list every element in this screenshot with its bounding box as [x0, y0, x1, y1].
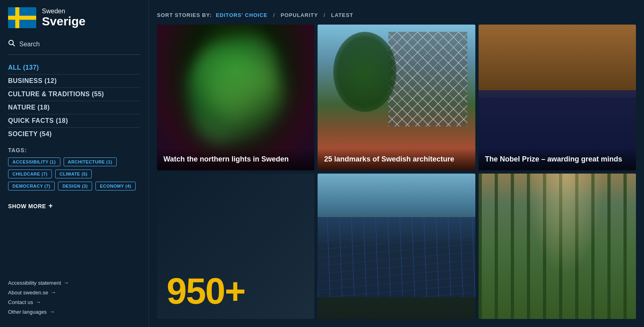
sweden-flag [8, 7, 36, 28]
solar-grid-pattern [318, 217, 475, 297]
stories-grid: Watch the northern lights in Sweden 25 l… [157, 25, 636, 319]
story-card-solar[interactable] [318, 174, 475, 319]
tag-badge[interactable]: DEMOCRACY (7) [8, 182, 55, 190]
search-area[interactable]: Search [0, 35, 149, 54]
sort-option-popularity[interactable]: POPULARITY [281, 12, 318, 18]
nav-item-quickfacts[interactable]: QUICK FACTS (18) [8, 114, 140, 128]
sidebar: Sweden Sverige Search ALL (137)BUSINESS … [0, 0, 149, 327]
show-more-button[interactable]: SHOW MORE + [0, 198, 149, 210]
arrow-icon: → [51, 289, 56, 296]
search-label: Search [19, 41, 40, 48]
tags-row-2: CHILDCARE (7)CLIMATE (5)DEMOCRACY (7)DES… [8, 170, 140, 190]
card-overlay: 25 landmarks of Swedish architecture [318, 148, 475, 170]
card-title-nobel: The Nobel Prize – awarding great minds [485, 155, 630, 164]
show-more-label: SHOW MORE [8, 203, 46, 209]
story-card-number[interactable]: 950+ [157, 174, 314, 319]
arrow-icon: → [64, 279, 69, 286]
footer-link[interactable]: Other languages→ [8, 308, 140, 315]
arch-grid-pattern [388, 32, 467, 126]
tag-badge[interactable]: ACCESSIBILITY (1) [8, 157, 60, 166]
nav-item-society[interactable]: SOCIETY (54) [8, 128, 140, 141]
forest-light [526, 174, 605, 275]
tags-row-1: ACCESSIBILITY (1)ARCHITECTURE (1) [8, 157, 140, 166]
card-overlay: Watch the northern lights in Sweden [157, 148, 314, 170]
big-number: 950+ [167, 273, 305, 309]
tag-badge[interactable]: ECONOMY (4) [95, 182, 136, 190]
sort-option-latest[interactable]: LATEST [331, 12, 353, 18]
card-title-northern-lights: Watch the northern lights in Sweden [163, 155, 308, 164]
sidebar-divider [8, 54, 140, 55]
tag-badge[interactable]: CHILDCARE (7) [8, 170, 52, 178]
arch-tree [333, 32, 396, 112]
story-card-northern-lights[interactable]: Watch the northern lights in Sweden [157, 25, 314, 170]
logo-sverige: Sverige [42, 14, 85, 28]
arrow-icon: → [35, 299, 41, 305]
story-card-architecture[interactable]: 25 landmarks of Swedish architecture [318, 25, 475, 170]
footer-link[interactable]: Contact us→ [8, 299, 140, 305]
sidebar-footer: Accessibility statement→About sweden.se→… [0, 271, 149, 319]
sort-separator: / [324, 12, 326, 18]
nobel-top [479, 25, 636, 97]
nav-item-business[interactable]: BUSINESS (12) [8, 75, 140, 88]
story-card-nobel[interactable]: The Nobel Prize – awarding great minds [479, 25, 636, 170]
main-content: SORT STORIES BY: EDITORS' CHOICE/POPULAR… [149, 0, 644, 327]
tag-badge[interactable]: DESIGN (3) [58, 182, 92, 190]
card-title-architecture: 25 landmarks of Swedish architecture [324, 155, 469, 164]
sort-bar: SORT STORIES BY: EDITORS' CHOICE/POPULAR… [157, 0, 636, 25]
plus-icon: + [48, 202, 53, 210]
sort-separator: / [273, 12, 275, 18]
svg-line-4 [13, 44, 15, 46]
sort-label: SORT STORIES BY: [157, 12, 212, 18]
search-icon [8, 39, 15, 49]
arrow-icon: → [49, 308, 55, 315]
nav-item-all[interactable]: ALL (137) [8, 61, 140, 75]
footer-link[interactable]: About sweden.se→ [8, 289, 140, 296]
tag-badge[interactable]: ARCHITECTURE (1) [64, 157, 117, 166]
logo-text: Sweden Sverige [42, 8, 85, 28]
logo-sweden: Sweden [42, 8, 85, 15]
logo-area[interactable]: Sweden Sverige [0, 0, 149, 35]
tag-badge[interactable]: CLIMATE (5) [55, 170, 92, 178]
nav-item-culture[interactable]: CULTURE & TRADITIONS (55) [8, 88, 140, 101]
footer-link[interactable]: Accessibility statement→ [8, 279, 140, 286]
svg-rect-2 [8, 16, 36, 20]
card-overlay: The Nobel Prize – awarding great minds [479, 148, 636, 170]
nav-item-nature[interactable]: NATURE (18) [8, 101, 140, 114]
tags-section: TAGS: ACCESSIBILITY (1)ARCHITECTURE (1) … [0, 143, 149, 198]
sort-option-editors-choice[interactable]: EDITORS' CHOICE [216, 12, 267, 18]
nav-section: ALL (137)BUSINESS (12)CULTURE & TRADITIO… [0, 59, 149, 143]
story-card-forest[interactable] [479, 174, 636, 319]
tags-label: TAGS: [8, 147, 140, 153]
